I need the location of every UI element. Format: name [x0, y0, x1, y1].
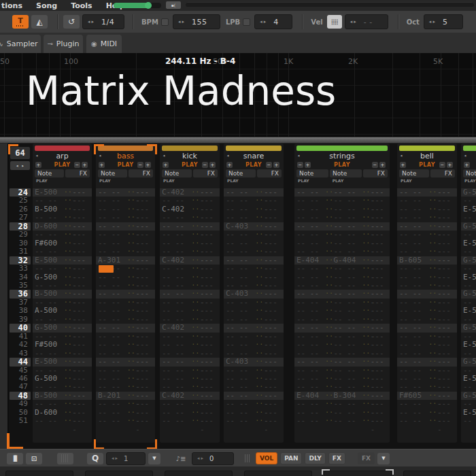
note-cell[interactable]: F#500	[35, 341, 64, 349]
volume-cell[interactable]: ··	[255, 333, 264, 341]
note-cell[interactable]: G-5	[463, 358, 476, 366]
fx-cell[interactable]: ----	[200, 358, 218, 366]
arrow-right-icon[interactable]: ▸	[201, 456, 204, 461]
volume-cell[interactable]: ··	[428, 273, 437, 282]
arrow-left-icon[interactable]: ◂	[178, 19, 181, 24]
pattern-row[interactable]: -- --··----	[33, 400, 92, 408]
toolbar-grip[interactable]	[245, 454, 250, 462]
toggle-fx[interactable]: FX	[328, 452, 345, 464]
volume-cell[interactable]: ··	[362, 375, 370, 383]
fx-cell[interactable]: ----	[371, 324, 388, 332]
volume-cell[interactable]: ··	[362, 188, 370, 197]
fx-cell[interactable]: ----	[72, 358, 90, 366]
fx-cell[interactable]: ----	[264, 358, 282, 366]
volume-cell[interactable]: ··	[255, 205, 264, 214]
note-cell[interactable]: -- --	[463, 400, 476, 408]
volume-cell[interactable]: ··	[64, 324, 73, 332]
volume-cell[interactable]: ··	[255, 392, 264, 400]
volume-cell[interactable]: ··	[191, 417, 200, 425]
track-name[interactable]: kick	[160, 152, 220, 160]
tab-sampler[interactable]: ∿Sampler	[0, 35, 41, 53]
note-cell[interactable]: -- --	[98, 341, 127, 349]
fx-cell[interactable]: ----	[72, 341, 90, 349]
note-cell[interactable]: -- --	[226, 324, 255, 332]
volume-cell[interactable]: ··	[255, 375, 264, 383]
pattern-row[interactable]: -- --··----	[397, 341, 457, 349]
volume-cell[interactable]: ··	[255, 231, 264, 239]
note-cell[interactable]: C-402	[162, 324, 191, 332]
fx-column-header[interactable]: FX	[193, 169, 218, 177]
pattern-row[interactable]: -- --··----	[160, 265, 220, 273]
volume-cell[interactable]: ··	[127, 273, 136, 282]
pattern-sections-button[interactable]: ▐▌	[7, 453, 23, 464]
fx-cell[interactable]: ----	[135, 214, 153, 222]
track-name[interactable]: bass	[96, 152, 155, 160]
volume-cell[interactable]: ··	[127, 299, 136, 307]
volume-cell[interactable]: ··	[325, 231, 333, 239]
tab-midi[interactable]: ◉MIDI	[86, 35, 122, 53]
note-cell[interactable]: -- --	[162, 214, 191, 222]
volume-cell[interactable]: ··	[64, 214, 73, 222]
volume-cell[interactable]: ··	[64, 375, 73, 383]
edit-mode-button[interactable]: T	[12, 15, 29, 29]
volume-cell[interactable]: ··	[325, 333, 333, 341]
note-cell[interactable]: E-5	[463, 341, 476, 349]
volume-cell[interactable]: ··	[362, 290, 370, 298]
volume-cell[interactable]: ··	[191, 400, 200, 408]
row-number[interactable]: 44	[10, 358, 31, 366]
note-cell[interactable]: -- --	[35, 400, 64, 408]
pattern-row[interactable]: -- --··----	[96, 265, 155, 273]
volume-cell[interactable]: ··	[127, 333, 136, 341]
fx-cell[interactable]: ----	[264, 307, 282, 315]
note-cell[interactable]: -- --	[226, 383, 255, 391]
volume-cell[interactable]: ··	[255, 214, 264, 222]
note-cell[interactable]: E-500	[35, 358, 64, 366]
track-color-bar[interactable]	[226, 146, 282, 151]
volume-cell[interactable]: ··	[127, 367, 136, 375]
remove-column-button[interactable]: −	[372, 162, 378, 168]
volume-cell[interactable]: ··	[325, 188, 333, 197]
edit-step-value[interactable]: 1/4	[101, 18, 114, 27]
volume-cell[interactable]: ··	[362, 350, 370, 358]
fx-column-header[interactable]: FX	[430, 169, 455, 177]
track-color-bar[interactable]	[162, 146, 218, 151]
pattern-row[interactable]: -- --··----	[461, 265, 476, 273]
fx-cell[interactable]: ----	[135, 265, 153, 273]
note-cell[interactable]: -- --	[399, 231, 428, 239]
note-cell[interactable]: A-500	[35, 307, 64, 315]
volume-cell[interactable]: ··	[191, 350, 200, 358]
volume-cell[interactable]: ··	[428, 248, 437, 256]
step-value[interactable]: 0	[209, 455, 214, 462]
volume-cell[interactable]: ··	[64, 282, 73, 290]
volume-cell[interactable]: ··	[255, 299, 264, 307]
pattern-row[interactable]: -- --··-- --··----	[294, 324, 390, 332]
note-cell[interactable]: -- --	[333, 307, 362, 315]
volume-cell[interactable]: ··	[362, 222, 370, 231]
pattern-row[interactable]: C-403··----	[224, 358, 284, 366]
pattern-row[interactable]: -- --··----	[160, 383, 220, 391]
lpb-checkbox[interactable]	[243, 18, 250, 26]
fx-cell[interactable]: ----	[371, 400, 388, 408]
fx-cell[interactable]: ----	[437, 341, 455, 349]
volume-cell[interactable]: ··	[362, 282, 370, 290]
note-cell[interactable]: -- --	[35, 214, 64, 222]
volume-cell[interactable]: ··	[191, 231, 200, 239]
song-position-bar[interactable]	[186, 2, 474, 7]
volume-cell[interactable]: ··	[325, 409, 333, 417]
pattern-row[interactable]: -- --··----	[96, 214, 155, 222]
pattern-row[interactable]: -- --··----	[160, 358, 220, 366]
volume-cell[interactable]: ··	[255, 248, 264, 256]
pattern-row[interactable]: -- --··----	[397, 324, 457, 332]
volume-cell[interactable]: ··	[64, 333, 73, 341]
volume-cell[interactable]: ··	[64, 307, 73, 315]
volume-cell[interactable]: ··	[191, 256, 200, 265]
fx-column-header[interactable]: FX	[363, 169, 388, 177]
volume-cell[interactable]: ··	[362, 409, 370, 417]
note-cell[interactable]: -- --	[333, 214, 362, 222]
toggle-vol[interactable]: VOL	[256, 452, 277, 464]
arrow-right-icon[interactable]: ▸	[22, 163, 24, 169]
note-cell[interactable]: -- --	[98, 307, 127, 315]
row-number[interactable]: 33	[10, 265, 31, 273]
pattern-row[interactable]: -- --··----	[461, 214, 476, 222]
note-cell[interactable]: -- --	[333, 265, 362, 273]
